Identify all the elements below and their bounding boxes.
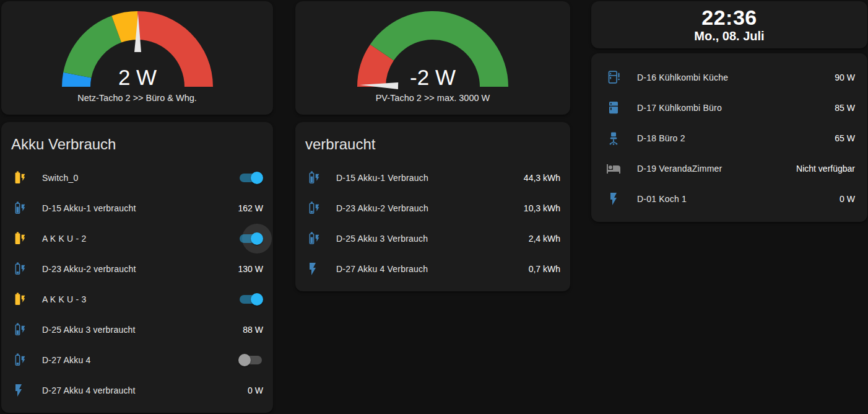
- entity-row[interactable]: D-25 Akku 3 verbraucht 88 W: [1, 314, 273, 345]
- battery-charging-40-icon: [11, 322, 26, 337]
- entity-state: 2,4 kWh: [529, 234, 560, 244]
- toggle-thumb: [251, 232, 263, 245]
- entity-state: 0 W: [840, 194, 855, 204]
- flash-icon: [606, 192, 621, 206]
- gauge-label: PV-Tacho 2 >> max. 3000 W: [376, 93, 490, 103]
- entity-name: D-15 Akku-1 verbraucht: [42, 203, 136, 213]
- entity-name: A K K U - 3: [42, 294, 86, 304]
- entity-state: Nicht verfügbar: [796, 164, 855, 174]
- entity-name: D-23 Akku-2 verbraucht: [42, 264, 136, 274]
- toggle-thumb: [238, 354, 251, 366]
- battery-charging-20-icon: [11, 262, 26, 276]
- fridge-alert-icon: [606, 70, 621, 85]
- entity-name: D-18 Büro 2: [637, 133, 685, 143]
- flash-icon: [11, 383, 26, 398]
- entity-state: 0 W: [248, 385, 263, 395]
- netz-gauge: 2 W: [60, 6, 215, 92]
- entity-name: D-19 VerandaZimmer: [637, 164, 722, 174]
- entity-row[interactable]: D-01 Koch 1 0 W: [591, 183, 867, 214]
- entity-row[interactable]: A K K U - 3: [1, 284, 273, 314]
- entity-state: 90 W: [835, 73, 855, 82]
- entity-row[interactable]: D-16 Kühlkombi Küche 90 W: [591, 62, 867, 92]
- toggle-switch[interactable]: [238, 232, 263, 245]
- entity-state: 130 W: [238, 264, 263, 274]
- entity-row[interactable]: D-27 Akku 4: [1, 345, 273, 375]
- gauge-value: 2 W: [118, 65, 156, 89]
- verbraucht-card: verbraucht D-15 Akku-1 Verbrauch 44,3 kW…: [295, 122, 570, 291]
- pv-gauge: -2 W: [355, 6, 510, 92]
- battery-charging-icon: [11, 170, 26, 185]
- toggle-thumb: [251, 172, 263, 184]
- toggle-switch[interactable]: [238, 172, 263, 184]
- entity-row[interactable]: D-23 Akku-2 Verbrauch 10,3 kWh: [295, 193, 570, 223]
- battery-charging-20-icon: [305, 201, 320, 216]
- entity-row[interactable]: D-18 Büro 2 65 W: [591, 123, 867, 153]
- entity-row[interactable]: D-19 VerandaZimmer Nicht verfügbar: [591, 153, 867, 183]
- entity-row[interactable]: A K K U - 2: [1, 223, 273, 253]
- entity-name: A K K U - 2: [42, 234, 86, 244]
- toggle-switch[interactable]: [238, 293, 263, 306]
- battery-charging-70-icon: [11, 201, 26, 216]
- entity-state: 10,3 kWh: [524, 203, 560, 213]
- entity-state: 88 W: [243, 325, 263, 335]
- entity-name: D-01 Koch 1: [637, 194, 687, 204]
- bed-icon: [606, 161, 621, 176]
- gauge-card-netz[interactable]: 2 W Netz-Tacho 2 >> Büro & Whg.: [1, 1, 273, 115]
- chair-rolling-icon: [606, 131, 621, 146]
- gauge-card-pv[interactable]: -2 W PV-Tacho 2 >> max. 3000 W: [295, 1, 570, 115]
- gauge-label: Netz-Tacho 2 >> Büro & Whg.: [77, 93, 197, 103]
- entity-name: D-23 Akku-2 Verbrauch: [336, 203, 428, 213]
- entity-row[interactable]: D-15 Akku-1 verbraucht 162 W: [1, 193, 273, 223]
- toggle-switch[interactable]: [238, 354, 263, 366]
- clock-date: Mo., 08. Juli: [694, 29, 764, 44]
- clock-card: 22:36 Mo., 08. Juli: [591, 1, 867, 48]
- card-title: Akku Verbrauch: [1, 122, 273, 162]
- clock-time: 22:36: [701, 6, 757, 29]
- entity-state: 44,3 kWh: [524, 173, 560, 183]
- entity-row[interactable]: D-15 Akku-1 Verbrauch 44,3 kWh: [295, 162, 570, 193]
- battery-charging-icon: [11, 292, 26, 307]
- entity-name: D-25 Akku 3 verbraucht: [42, 325, 136, 335]
- entity-state: 85 W: [835, 103, 855, 113]
- entity-name: D-27 Akku 4 verbraucht: [42, 385, 136, 395]
- battery-charging-70-icon: [305, 170, 320, 185]
- entity-name: D-27 Akku 4: [42, 355, 90, 365]
- entity-name: D-17 Kühlkombi Büro: [637, 103, 722, 113]
- entity-name: D-27 Akku 4 Verbrauch: [336, 264, 428, 274]
- entity-row[interactable]: D-27 Akku 4 verbraucht 0 W: [1, 375, 273, 405]
- entity-name: D-16 Kühlkombi Küche: [637, 73, 728, 82]
- battery-charging-20-icon: [11, 353, 26, 368]
- devices-card: D-16 Kühlkombi Küche 90 W D-17 Kühlkombi…: [591, 53, 867, 222]
- entity-state: 162 W: [238, 203, 263, 213]
- entity-row[interactable]: D-17 Kühlkombi Büro 85 W: [591, 92, 867, 123]
- akku-verbrauch-card: Akku Verbrauch Switch_0 D-15 Akku-1 verb…: [1, 122, 273, 413]
- battery-charging-70-icon: [305, 231, 320, 246]
- flash-icon: [305, 262, 320, 276]
- entity-row[interactable]: D-25 Akku 3 Verbrauch 2,4 kWh: [295, 223, 570, 253]
- entity-row[interactable]: D-27 Akku 4 Verbrauch 0,7 kWh: [295, 253, 570, 284]
- entity-state: 0,7 kWh: [529, 264, 560, 274]
- dashboard: 2 W Netz-Tacho 2 >> Büro & Whg. -2 W PV-…: [0, 0, 868, 414]
- entity-state: 65 W: [835, 133, 855, 143]
- toggle-thumb: [251, 293, 263, 306]
- battery-charging-icon: [11, 231, 26, 246]
- fridge-icon: [606, 100, 621, 115]
- entity-name: Switch_0: [42, 173, 78, 183]
- entity-name: D-15 Akku-1 Verbrauch: [336, 173, 428, 183]
- gauge-value: -2 W: [410, 65, 456, 89]
- entity-name: D-25 Akku 3 Verbrauch: [336, 234, 428, 244]
- entity-row[interactable]: Switch_0: [1, 162, 273, 193]
- card-title: verbraucht: [295, 122, 570, 162]
- entity-row[interactable]: D-23 Akku-2 verbraucht 130 W: [1, 253, 273, 284]
